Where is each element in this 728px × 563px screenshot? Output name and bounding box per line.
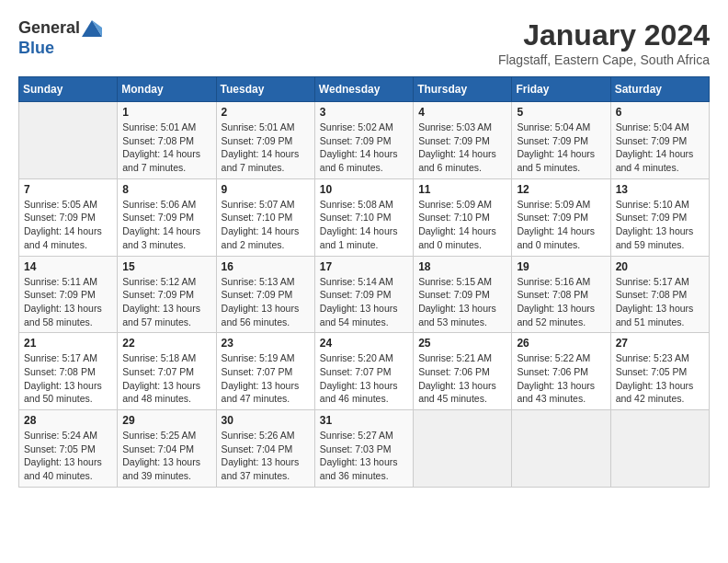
- calendar-cell: 27Sunrise: 5:23 AMSunset: 7:05 PMDayligh…: [610, 333, 709, 410]
- day-info: Sunrise: 5:24 AMSunset: 7:05 PMDaylight:…: [24, 429, 112, 483]
- day-number: 5: [517, 106, 605, 119]
- logo-blue: Blue: [18, 39, 54, 57]
- day-number: 29: [122, 414, 210, 427]
- day-info: Sunrise: 5:10 AMSunset: 7:09 PMDaylight:…: [616, 198, 704, 252]
- day-number: 17: [320, 260, 408, 273]
- day-number: 20: [616, 260, 704, 273]
- weekday-header: Friday: [512, 77, 610, 102]
- calendar-cell: 14Sunrise: 5:11 AMSunset: 7:09 PMDayligh…: [19, 256, 118, 333]
- calendar-cell: 18Sunrise: 5:15 AMSunset: 7:09 PMDayligh…: [414, 256, 512, 333]
- calendar-cell: [512, 410, 610, 488]
- weekday-header: Sunday: [19, 77, 118, 102]
- day-info: Sunrise: 5:17 AMSunset: 7:08 PMDaylight:…: [24, 351, 112, 406]
- calendar-cell: 10Sunrise: 5:08 AMSunset: 7:10 PMDayligh…: [314, 178, 413, 256]
- weekday-header: Thursday: [414, 77, 512, 102]
- location-subtitle: Flagstaff, Eastern Cape, South Africa: [498, 52, 710, 67]
- day-info: Sunrise: 5:26 AMSunset: 7:04 PMDaylight:…: [222, 429, 310, 483]
- calendar-cell: 3Sunrise: 5:02 AMSunset: 7:09 PMDaylight…: [314, 102, 413, 179]
- day-info: Sunrise: 5:20 AMSunset: 7:07 PMDaylight:…: [320, 351, 408, 406]
- calendar-week-row: 7Sunrise: 5:05 AMSunset: 7:09 PMDaylight…: [19, 178, 710, 256]
- day-info: Sunrise: 5:23 AMSunset: 7:05 PMDaylight:…: [616, 351, 704, 406]
- day-info: Sunrise: 5:04 AMSunset: 7:09 PMDaylight:…: [517, 121, 605, 175]
- calendar-cell: 15Sunrise: 5:12 AMSunset: 7:09 PMDayligh…: [118, 256, 216, 333]
- day-info: Sunrise: 5:22 AMSunset: 7:06 PMDaylight:…: [517, 351, 605, 406]
- calendar-cell: 9Sunrise: 5:07 AMSunset: 7:10 PMDaylight…: [216, 178, 314, 256]
- calendar-cell: 19Sunrise: 5:16 AMSunset: 7:08 PMDayligh…: [512, 256, 610, 333]
- calendar-cell: 7Sunrise: 5:05 AMSunset: 7:09 PMDaylight…: [19, 178, 118, 256]
- calendar-week-row: 28Sunrise: 5:24 AMSunset: 7:05 PMDayligh…: [19, 410, 710, 488]
- calendar-cell: 20Sunrise: 5:17 AMSunset: 7:08 PMDayligh…: [610, 256, 709, 333]
- day-info: Sunrise: 5:27 AMSunset: 7:03 PMDaylight:…: [320, 429, 408, 483]
- day-number: 18: [418, 260, 506, 273]
- calendar-cell: 1Sunrise: 5:01 AMSunset: 7:08 PMDaylight…: [118, 102, 216, 179]
- day-info: Sunrise: 5:25 AMSunset: 7:04 PMDaylight:…: [122, 429, 210, 483]
- calendar-cell: 11Sunrise: 5:09 AMSunset: 7:10 PMDayligh…: [414, 178, 512, 256]
- day-number: 2: [222, 106, 310, 119]
- day-info: Sunrise: 5:01 AMSunset: 7:09 PMDaylight:…: [222, 121, 310, 175]
- day-number: 16: [222, 260, 310, 273]
- calendar-cell: 31Sunrise: 5:27 AMSunset: 7:03 PMDayligh…: [314, 410, 413, 488]
- day-number: 26: [517, 337, 605, 350]
- day-info: Sunrise: 5:16 AMSunset: 7:08 PMDaylight:…: [517, 275, 605, 329]
- title-block: January 2024 Flagstaff, Eastern Cape, So…: [498, 18, 710, 67]
- day-info: Sunrise: 5:21 AMSunset: 7:06 PMDaylight:…: [418, 351, 506, 406]
- day-info: Sunrise: 5:05 AMSunset: 7:09 PMDaylight:…: [24, 198, 112, 252]
- calendar-header-row: SundayMondayTuesdayWednesdayThursdayFrid…: [19, 77, 710, 102]
- day-info: Sunrise: 5:09 AMSunset: 7:10 PMDaylight:…: [418, 198, 506, 252]
- calendar-cell: [414, 410, 512, 488]
- logo: General Blue: [18, 18, 102, 58]
- calendar-table: SundayMondayTuesdayWednesdayThursdayFrid…: [18, 76, 710, 488]
- calendar-week-row: 21Sunrise: 5:17 AMSunset: 7:08 PMDayligh…: [19, 333, 710, 410]
- calendar-cell: 26Sunrise: 5:22 AMSunset: 7:06 PMDayligh…: [512, 333, 610, 410]
- day-info: Sunrise: 5:12 AMSunset: 7:09 PMDaylight:…: [122, 275, 210, 329]
- day-number: 19: [517, 260, 605, 273]
- calendar-cell: 16Sunrise: 5:13 AMSunset: 7:09 PMDayligh…: [216, 256, 314, 333]
- day-info: Sunrise: 5:13 AMSunset: 7:09 PMDaylight:…: [222, 275, 310, 329]
- day-number: 12: [517, 183, 605, 196]
- page-header: General Blue January 2024 Flagstaff, Eas…: [18, 18, 710, 67]
- calendar-cell: [610, 410, 709, 488]
- day-number: 6: [616, 106, 704, 119]
- calendar-cell: 22Sunrise: 5:18 AMSunset: 7:07 PMDayligh…: [118, 333, 216, 410]
- day-number: 15: [122, 260, 210, 273]
- logo-icon: [82, 20, 102, 37]
- logo-general: General: [18, 18, 80, 37]
- day-number: 25: [418, 337, 506, 350]
- day-number: 11: [418, 183, 506, 196]
- day-number: 30: [222, 414, 310, 427]
- weekday-header: Wednesday: [314, 77, 413, 102]
- calendar-cell: 21Sunrise: 5:17 AMSunset: 7:08 PMDayligh…: [19, 333, 118, 410]
- day-number: 4: [418, 106, 506, 119]
- day-info: Sunrise: 5:03 AMSunset: 7:09 PMDaylight:…: [418, 121, 506, 175]
- day-info: Sunrise: 5:01 AMSunset: 7:08 PMDaylight:…: [122, 121, 210, 175]
- day-info: Sunrise: 5:06 AMSunset: 7:09 PMDaylight:…: [122, 198, 210, 252]
- day-info: Sunrise: 5:18 AMSunset: 7:07 PMDaylight:…: [122, 351, 210, 406]
- day-number: 31: [320, 414, 408, 427]
- day-number: 7: [24, 183, 112, 196]
- day-info: Sunrise: 5:08 AMSunset: 7:10 PMDaylight:…: [320, 198, 408, 252]
- calendar-cell: 2Sunrise: 5:01 AMSunset: 7:09 PMDaylight…: [216, 102, 314, 179]
- day-number: 24: [320, 337, 408, 350]
- day-number: 8: [122, 183, 210, 196]
- day-number: 21: [24, 337, 112, 350]
- day-number: 28: [24, 414, 112, 427]
- day-number: 9: [222, 183, 310, 196]
- day-info: Sunrise: 5:19 AMSunset: 7:07 PMDaylight:…: [222, 351, 310, 406]
- calendar-week-row: 14Sunrise: 5:11 AMSunset: 7:09 PMDayligh…: [19, 256, 710, 333]
- day-info: Sunrise: 5:04 AMSunset: 7:09 PMDaylight:…: [616, 121, 704, 175]
- calendar-cell: 28Sunrise: 5:24 AMSunset: 7:05 PMDayligh…: [19, 410, 118, 488]
- calendar-cell: 30Sunrise: 5:26 AMSunset: 7:04 PMDayligh…: [216, 410, 314, 488]
- day-info: Sunrise: 5:17 AMSunset: 7:08 PMDaylight:…: [616, 275, 704, 329]
- calendar-cell: 6Sunrise: 5:04 AMSunset: 7:09 PMDaylight…: [610, 102, 709, 179]
- weekday-header: Monday: [118, 77, 216, 102]
- day-number: 13: [616, 183, 704, 196]
- day-info: Sunrise: 5:09 AMSunset: 7:09 PMDaylight:…: [517, 198, 605, 252]
- weekday-header: Tuesday: [216, 77, 314, 102]
- calendar-cell: 24Sunrise: 5:20 AMSunset: 7:07 PMDayligh…: [314, 333, 413, 410]
- calendar-cell: 5Sunrise: 5:04 AMSunset: 7:09 PMDaylight…: [512, 102, 610, 179]
- day-number: 23: [222, 337, 310, 350]
- day-info: Sunrise: 5:07 AMSunset: 7:10 PMDaylight:…: [222, 198, 310, 252]
- calendar-cell: 23Sunrise: 5:19 AMSunset: 7:07 PMDayligh…: [216, 333, 314, 410]
- calendar-cell: 17Sunrise: 5:14 AMSunset: 7:09 PMDayligh…: [314, 256, 413, 333]
- day-number: 3: [320, 106, 408, 119]
